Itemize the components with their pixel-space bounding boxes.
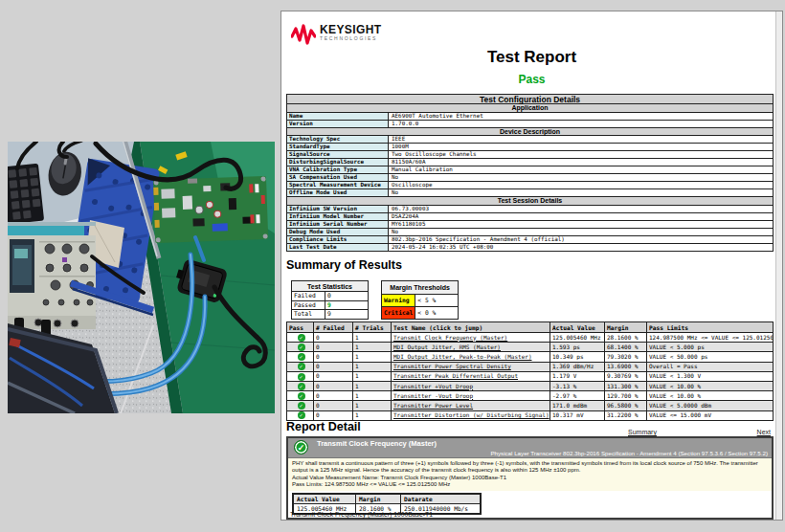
failed-cell: 0 [314,391,353,401]
config-value: No [389,174,773,181]
pass-cell: ✓ [287,333,314,343]
detail-spec-reference: Physical Layer Transceiver 802.3bp-2016 … [490,450,768,456]
result-row: ✓01Transmit Clock Frequency (Master)125.… [287,333,774,343]
config-label: Compliance Limits [287,236,389,243]
limits-cell: VALUE < 5.000 ps [647,343,774,352]
test-name-link[interactable]: Transmitter Distortion (w/ Disturbing Si… [393,411,550,418]
config-value: DSAZ204A [389,213,773,220]
failed-cell: 0 [314,371,353,381]
summary-tables: Test StatisticsFailed0Passed9Total9 Marg… [291,280,459,320]
summary-link[interactable]: Summary [628,429,657,435]
actual-value-cell: 171.0 mdBm [550,401,605,410]
stat-label: Passed [292,300,325,310]
config-row: Version1.70.0.0 [286,120,774,128]
pass-cell: ✓ [287,391,314,401]
test-name-link[interactable]: Transmitter -Vout Droop [393,392,473,399]
test-name-cell: Transmit Clock Frequency (Master) [392,333,550,343]
config-value: 802.3bp-2016 Specification - Amendment 4… [389,236,773,243]
trials-cell: 1 [353,401,392,410]
stat-value: 9 [325,310,369,320]
column-header: Pass Limits [647,322,774,333]
column-header: Test Name (click to jump) [392,322,550,333]
stat-value: < 0 % [415,306,459,319]
check-circle-icon: ✓ [298,363,305,370]
test-name-link[interactable]: Transmitter Power Level [393,402,473,409]
pass-cell: ✓ [287,410,314,420]
test-name-link[interactable]: MDI Output Jitter, RMS (Master) [393,344,501,350]
margin-thresholds-table: Margin ThresholdsWarning< 5 %Critical< 0… [381,280,459,320]
overall-result: Pass [281,73,782,86]
actual-value-cell: 1.593 ps [550,343,605,352]
stat-label: Failed [292,292,325,301]
config-row: VNA Calibration TypeManual Calibration [286,166,774,174]
config-value: Two Oscilloscope Channels [389,151,773,158]
detail-column-header: Datarate [401,494,482,504]
config-value: IEEE [389,136,773,143]
config-label: Infiniium SW Version [287,206,389,212]
margin-cell: 13.6900 % [605,362,647,371]
config-row: NameAE6900T Automotive Ethernet [286,112,774,121]
failed-cell: 0 [314,362,353,371]
test-name-link[interactable]: Transmitter +Vout Droop [393,383,473,389]
config-row: Spectral Measurement DeviceOscilloscope [286,181,774,189]
margin-cell: 9.30769 % [605,371,647,381]
next-link[interactable]: Next [757,429,771,435]
pass-cell: ✓ [287,343,314,352]
margin-cell: 31.2200 % [605,410,647,420]
config-value: 2024-05-24 16:02:35 UTC +08:00 [389,244,773,251]
detail-pass-limits: Pass Limits: 124.987500 MHz <= VALUE <= … [292,481,768,488]
keyboard [8,164,44,225]
mini-table-header-row: Test Statistics [292,281,369,292]
pass-cell: ✓ [287,401,314,410]
test-name-cell: Transmitter -Vout Droop [392,391,550,401]
actual-value-cell: -3.13 % [550,381,605,390]
limits-cell: 124.987500 MHz <= VALUE <= 125.012500 MH… [647,333,774,343]
check-circle-icon: ✓ [298,402,305,410]
stat-value: < 5 % [415,295,459,307]
config-value: Manual Calibration [389,166,773,173]
pass-cell: ✓ [287,381,314,390]
keysight-logo: KEYSIGHT TECHNOLOGIES [291,24,382,45]
config-row: Infiniium Model NumberDSAZ204A [286,212,774,221]
stat-label: Total [292,310,325,320]
test-name-link[interactable]: Transmitter Power Spectral Density [393,363,511,369]
config-value: Oscilloscope [389,182,773,188]
test-name-link[interactable]: Transmit Clock Frequency (Master) [393,334,507,341]
test-name-link[interactable]: Transmitter Peak Differential Output [393,372,518,379]
test-name-cell: Transmitter Power Spectral Density [392,362,550,371]
test-name-cell: MDI Output Jitter, RMS (Master) [392,343,550,352]
mini-table-row: Passed9 [292,300,369,310]
mini-table-row: Failed0 [292,292,369,301]
mini-table-title: Margin Thresholds [382,281,459,295]
trials-cell: 1 [353,381,392,390]
config-value: 1.70.0.0 [389,121,773,127]
config-value: MY61180105 [389,221,773,228]
check-circle-icon: ✓ [298,411,305,419]
config-value: AE6900T Automotive Ethernet [389,113,773,120]
config-label: Offline Mode Used [287,189,389,196]
config-label: Infiniium Serial Number [287,221,389,228]
config-label: Last Test Date [287,244,389,251]
actual-value-cell: 1.369 dBm/Hz [550,362,605,371]
screenshot-canvas: KEYSIGHT TECHNOLOGIES Test Report Pass T… [0,0,785,532]
column-header: Actual Value [550,322,605,333]
detail-description: PHY shall transmit a continuous pattern … [292,460,768,475]
configuration-details: Test Configuration Details ApplicationNa… [286,94,774,252]
result-row: ✓01Transmitter Peak Differential Output1… [287,371,774,381]
trials-cell: 1 [353,333,392,343]
column-header: # Trials [353,322,392,333]
trials-cell: 1 [353,343,392,352]
test-statistics-table: Test StatisticsFailed0Passed9Total9 [291,280,369,320]
brand-subname: TECHNOLOGIES [320,35,382,42]
test-name-cell: MDI Output Jitter, Peak-to-Peak (Master) [392,352,550,362]
detail-footer: Transmit Clock Frequency (Master) 1000Ba… [290,511,433,518]
actual-value-cell: 1.179 V [550,371,605,381]
test-report-page: KEYSIGHT TECHNOLOGIES Test Report Pass T… [280,11,783,521]
test-name-link[interactable]: MDI Output Jitter, Peak-to-Peak (Master) [393,353,532,360]
limits-cell: Overall = Pass [647,362,774,371]
scrollbar-track[interactable] [775,11,782,520]
limits-cell: VALUE < 5.0000 dBm [647,401,774,410]
limits-cell: VALUE < 10.00 % [647,381,774,390]
config-label: Technology Spec [287,136,389,143]
detail-description-block: PHY shall transmit a continuous pattern … [288,457,772,491]
